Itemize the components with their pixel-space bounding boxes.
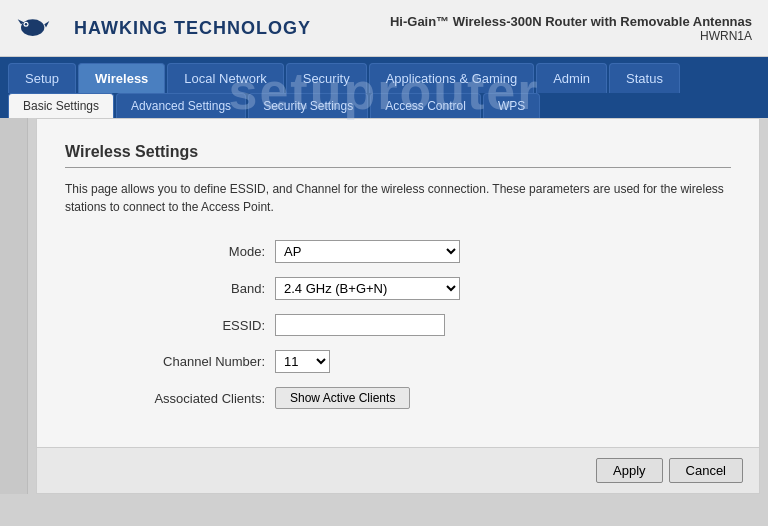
associated-clients-row: Associated Clients: Show Active Clients: [125, 387, 731, 409]
essid-input[interactable]: [275, 314, 445, 336]
mode-row: Mode: AP Client WDS AP+WDS: [125, 240, 731, 263]
associated-clients-label: Associated Clients:: [125, 391, 265, 406]
bottom-bar: Apply Cancel: [36, 448, 760, 494]
header: HAWKING TECHNOLOGY Hi-Gain™ Wireless-300…: [0, 0, 768, 57]
subtab-advanced-settings[interactable]: Advanced Settings: [116, 93, 246, 118]
tab-setup[interactable]: Setup: [8, 63, 76, 93]
main-nav: Setup Wireless Local Network Security Ap…: [0, 57, 768, 93]
description: This page allows you to define ESSID, an…: [65, 180, 731, 216]
band-label: Band:: [125, 281, 265, 296]
cancel-button[interactable]: Cancel: [669, 458, 743, 483]
content-area: Wireless Settings This page allows you t…: [36, 118, 760, 448]
section-title: Wireless Settings: [65, 143, 731, 168]
subtab-wps[interactable]: WPS: [483, 93, 540, 118]
essid-row: ESSID:: [125, 314, 731, 336]
main-layout: Wireless Settings This page allows you t…: [0, 118, 768, 494]
tab-wireless[interactable]: Wireless: [78, 63, 165, 93]
svg-point-0: [21, 19, 44, 36]
essid-label: ESSID:: [125, 318, 265, 333]
band-select[interactable]: 2.4 GHz (B+G+N) 2.4 GHz (B) 2.4 GHz (G) …: [275, 277, 460, 300]
tab-security[interactable]: Security: [286, 63, 367, 93]
channel-select[interactable]: 1234 5678 91011: [275, 350, 330, 373]
nav-area: setuprouter Setup Wireless Local Network…: [0, 57, 768, 118]
sub-nav: Basic Settings Advanced Settings Securit…: [0, 93, 768, 118]
subtab-basic-settings[interactable]: Basic Settings: [8, 93, 114, 118]
tab-status[interactable]: Status: [609, 63, 680, 93]
apply-button[interactable]: Apply: [596, 458, 663, 483]
band-row: Band: 2.4 GHz (B+G+N) 2.4 GHz (B) 2.4 GH…: [125, 277, 731, 300]
product-info: Hi-Gain™ Wireless-300N Router with Remov…: [390, 14, 752, 43]
product-name: Hi-Gain™ Wireless-300N Router with Remov…: [390, 14, 752, 29]
svg-marker-2: [44, 21, 49, 28]
sidebar-edge: [0, 118, 28, 494]
mode-select[interactable]: AP Client WDS AP+WDS: [275, 240, 460, 263]
form-area: Mode: AP Client WDS AP+WDS Band: 2.4 GHz…: [125, 240, 731, 409]
tab-local-network[interactable]: Local Network: [167, 63, 283, 93]
show-active-clients-button[interactable]: Show Active Clients: [275, 387, 410, 409]
subtab-access-control[interactable]: Access Control: [370, 93, 481, 118]
channel-label: Channel Number:: [125, 354, 265, 369]
tab-applications-gaming[interactable]: Applications & Gaming: [369, 63, 535, 93]
mode-label: Mode:: [125, 244, 265, 259]
channel-row: Channel Number: 1234 5678 91011: [125, 350, 731, 373]
hawking-logo-icon: [16, 8, 66, 48]
subtab-security-settings[interactable]: Security Settings: [248, 93, 368, 118]
brand-name: HAWKING TECHNOLOGY: [74, 18, 311, 39]
logo-area: HAWKING TECHNOLOGY: [16, 8, 311, 48]
main-content-wrapper: Wireless Settings This page allows you t…: [28, 118, 768, 494]
model-number: HWRN1A: [390, 29, 752, 43]
svg-point-4: [25, 23, 28, 26]
tab-admin[interactable]: Admin: [536, 63, 607, 93]
